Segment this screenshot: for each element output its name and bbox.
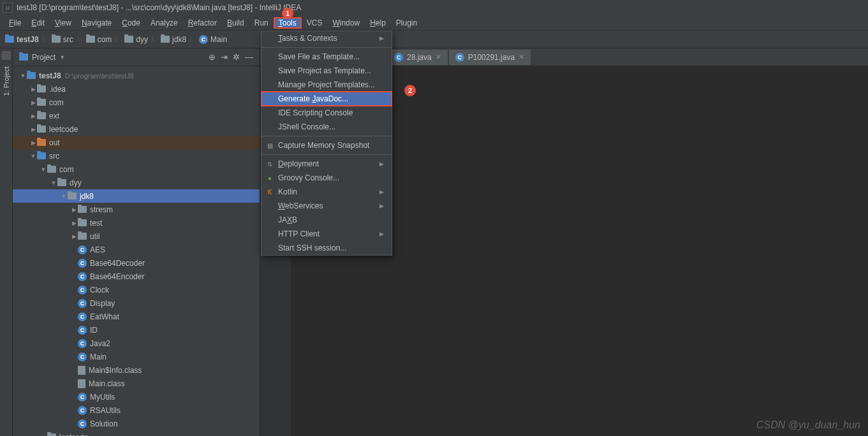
settings-icon[interactable]: ✲ — [233, 52, 240, 62]
menu-item-jaxb[interactable]: JAXB — [261, 213, 392, 227]
tree-row-idea[interactable]: ▶.idea — [13, 82, 260, 96]
tree-row-stresm[interactable]: ▶stresm — [13, 203, 260, 216]
class-icon: C — [78, 259, 87, 268]
menu-item-kotlin[interactable]: KKotlin▶ — [261, 185, 392, 199]
tree-row-eatwhat[interactable]: CEatWhat — [13, 310, 260, 323]
class-icon: C — [78, 272, 87, 281]
menu-item-save-project-as-template---[interactable]: Save Project as Template... — [261, 64, 392, 78]
chevron-right-icon[interactable]: ▶ — [70, 220, 78, 226]
menu-item-manage-project-templates---[interactable]: Manage Project Templates... — [261, 78, 392, 92]
tree-row-base64decoder[interactable]: CBase64Decoder — [13, 256, 260, 270]
class-icon: C — [78, 419, 87, 428]
menu-item-save-file-as-template---[interactable]: Save File as Template... — [261, 50, 392, 64]
chevron-right-icon[interactable]: ▶ — [70, 207, 78, 213]
tree-row-leetcode[interactable]: ▶leetcode — [13, 122, 260, 136]
editor-tab[interactable]: CP100291.java✕ — [449, 50, 531, 65]
chevron-down-icon[interactable]: ▼ — [40, 434, 47, 437]
menu-item-label: Tasks & Contexts — [278, 34, 337, 43]
breadcrumb-item[interactable]: com — [86, 35, 112, 44]
menu-file[interactable]: File — [4, 17, 26, 29]
chevron-down-icon[interactable]: ▼ — [40, 166, 47, 173]
breadcrumb-item[interactable]: jdk8 — [161, 35, 186, 44]
locate-icon[interactable]: ⊕ — [209, 52, 216, 62]
submenu-arrow-icon: ▶ — [379, 189, 384, 195]
menu-separator — [261, 136, 392, 136]
breadcrumb-label: testJ8 — [17, 35, 39, 44]
project-tool-icon[interactable] — [2, 51, 11, 60]
tree-row-java2[interactable]: CJava2 — [13, 337, 260, 350]
breadcrumb-item[interactable]: dyy — [124, 35, 148, 44]
close-icon[interactable]: ✕ — [519, 53, 524, 61]
chevron-right-icon[interactable]: ▶ — [70, 233, 78, 240]
chevron-right-icon[interactable]: ▶ — [29, 86, 37, 92]
menu-item-generate-javadoc---[interactable]: Generate JavaDoc... — [261, 92, 392, 106]
project-tool-label[interactable]: 1: Project — [3, 64, 10, 98]
tree-row-main[interactable]: CMain — [13, 350, 260, 363]
menu-code[interactable]: Code — [117, 17, 145, 29]
menu-item-http-client[interactable]: HTTP Client▶ — [261, 227, 392, 241]
chevron-down-icon[interactable]: ▼ — [19, 73, 27, 79]
sidebar-title: Project — [32, 53, 55, 62]
breadcrumb-item[interactable]: CMain — [199, 35, 227, 44]
tree-row-util[interactable]: ▶util — [13, 229, 260, 243]
menu-item-ide-scripting-console[interactable]: IDE Scripting Console — [261, 106, 392, 120]
menu-refactor[interactable]: Refactor — [183, 17, 222, 29]
tree-row-test[interactable]: ▶test — [13, 216, 260, 229]
tree-row-maininfoclass[interactable]: Main$Info.class — [13, 363, 260, 377]
tree-row-leetcode[interactable]: ▼leetcode — [13, 430, 260, 436]
menu-help[interactable]: Help — [365, 17, 391, 29]
tree-row-jdk8[interactable]: ▼jdk8 — [13, 189, 260, 203]
dropdown-icon[interactable]: ▼ — [59, 54, 65, 61]
menu-item-start-ssh-session---[interactable]: Start SSH session... — [261, 241, 392, 255]
menu-item-groovy-console---[interactable]: ●Groovy Console... — [261, 171, 392, 185]
tree-row-ext[interactable]: ▶ext — [13, 109, 260, 122]
menu-edit[interactable]: Edit — [26, 17, 50, 29]
class-icon: C — [394, 53, 403, 62]
chevron-down-icon[interactable]: ▼ — [60, 193, 68, 200]
menu-run[interactable]: Run — [249, 17, 274, 29]
tree-row-rsautils[interactable]: CRSAUtils — [13, 403, 260, 417]
tree-row-com[interactable]: ▶com — [13, 96, 260, 109]
chevron-down-icon[interactable]: ▼ — [50, 180, 57, 186]
chevron-right-icon[interactable]: ▶ — [29, 99, 37, 106]
collapse-icon[interactable]: ⇥ — [221, 52, 228, 62]
tree-row-solution[interactable]: CSolution — [13, 417, 260, 430]
tree-row-mainclass[interactable]: Main.class — [13, 377, 260, 390]
tree-row-out[interactable]: ▶out — [13, 136, 260, 149]
tree-row-aes[interactable]: CAES — [13, 243, 260, 256]
hide-icon[interactable]: — — [245, 52, 253, 62]
menu-item-webservices[interactable]: WebServices▶ — [261, 199, 392, 213]
menu-vcs[interactable]: VCS — [302, 17, 328, 29]
breadcrumb-item[interactable]: testJ8 — [5, 35, 39, 44]
tree-row-dyy[interactable]: ▼dyy — [13, 176, 260, 189]
menu-item-tasks---contexts[interactable]: Tasks & Contexts▶ — [261, 31, 392, 45]
menu-build[interactable]: Build — [222, 17, 249, 29]
menu-item-capture-memory-snapshot[interactable]: ▦Capture Memory Snapshot — [261, 138, 392, 152]
menu-navigate[interactable]: Navigate — [77, 17, 117, 29]
chevron-right-icon[interactable]: ▶ — [29, 140, 37, 146]
tree-row-testj8[interactable]: ▼testJ8D:\program\test\testJ8 — [13, 69, 260, 82]
tree-row-src[interactable]: ▼src — [13, 149, 260, 163]
menu-plugin[interactable]: Plugin — [391, 17, 422, 29]
tree-row-display[interactable]: CDisplay — [13, 296, 260, 310]
chevron-down-icon[interactable]: ▼ — [29, 153, 37, 159]
chevron-right-icon[interactable]: ▶ — [29, 126, 37, 133]
project-tree[interactable]: ▼testJ8D:\program\test\testJ8▶.idea▶com▶… — [13, 66, 260, 436]
menubar: FileEditViewNavigateCodeAnalyzeRefactorB… — [0, 15, 868, 31]
breadcrumb-item[interactable]: src — [52, 35, 73, 44]
tree-row-myutils[interactable]: CMyUtils — [13, 390, 260, 403]
chevron-right-icon[interactable]: ▶ — [29, 113, 37, 119]
menu-item-jshell-console---[interactable]: JShell Console... — [261, 120, 392, 134]
close-icon[interactable]: ✕ — [436, 53, 441, 61]
tree-row-base64encoder[interactable]: CBase64Encoder — [13, 270, 260, 283]
menu-window[interactable]: Window — [327, 17, 365, 29]
tree-row-clock[interactable]: CClock — [13, 283, 260, 296]
editor-tab[interactable]: C28.java✕ — [388, 50, 448, 65]
menu-item-label: JShell Console... — [278, 122, 335, 131]
menu-item-deployment[interactable]: ⇅Deployment▶ — [261, 157, 392, 171]
tree-row-id[interactable]: CID — [13, 323, 260, 337]
tree-label: Main.class — [89, 379, 125, 388]
menu-view[interactable]: View — [50, 17, 77, 29]
tree-row-com[interactable]: ▼com — [13, 163, 260, 176]
menu-analyze[interactable]: Analyze — [145, 17, 183, 29]
